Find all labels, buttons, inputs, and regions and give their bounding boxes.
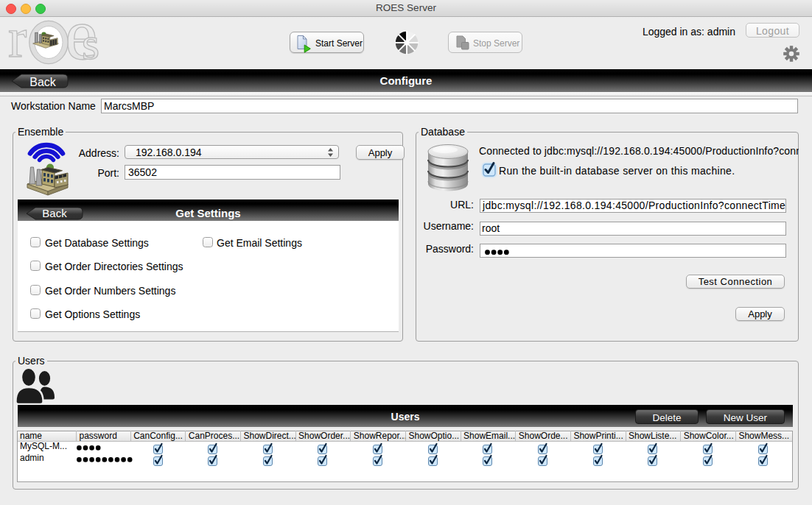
svg-text:Back: Back — [42, 207, 67, 219]
svg-text:Back: Back — [29, 76, 57, 88]
svg-text:r: r — [8, 20, 27, 67]
svg-text:s: s — [82, 20, 99, 67]
